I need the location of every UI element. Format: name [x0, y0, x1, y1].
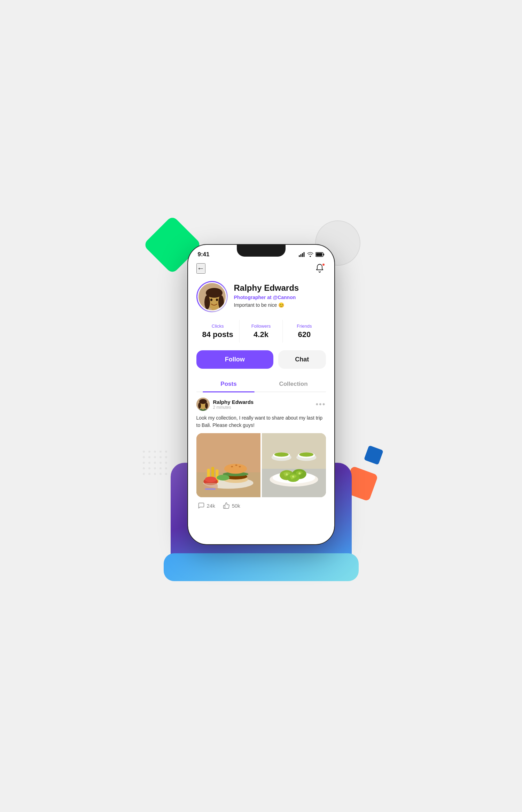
- post-image-2: [262, 433, 326, 497]
- svg-point-80: [298, 472, 301, 474]
- profile-name: Ralphy Edwards: [234, 283, 326, 293]
- svg-point-4: [165, 451, 167, 453]
- wifi-icon: [307, 252, 313, 257]
- post-avatar-image: [196, 398, 210, 411]
- role-handle: @Cannon: [273, 295, 296, 300]
- svg-rect-25: [299, 255, 300, 257]
- avatar: [197, 282, 227, 311]
- status-time: 9:41: [198, 251, 210, 258]
- deco-blue-bottom: [164, 553, 359, 581]
- avatar-image: [198, 283, 227, 311]
- top-nav: ←: [196, 260, 326, 275]
- svg-point-21: [148, 473, 150, 475]
- screen-content[interactable]: ←: [188, 260, 334, 544]
- profile-header: Ralphy Edwards Photographer at @Cannon I…: [196, 281, 326, 312]
- svg-point-75: [299, 452, 313, 456]
- back-button[interactable]: ←: [196, 263, 205, 274]
- stat-followers: Followers 4.2k: [240, 320, 283, 343]
- follow-button[interactable]: Follow: [196, 350, 274, 369]
- svg-point-39: [210, 299, 212, 301]
- like-count: 50k: [232, 503, 240, 509]
- svg-point-3: [159, 451, 162, 453]
- stat-friends-value: 620: [283, 330, 326, 339]
- svg-rect-27: [302, 253, 303, 257]
- tabs-row: Posts Collection: [196, 376, 326, 392]
- svg-point-33: [203, 310, 225, 311]
- profile-bio: Important to be nice 😊: [234, 302, 326, 308]
- chat-button[interactable]: Chat: [278, 350, 326, 369]
- post-meta: Ralphy Edwards 2 minutes: [213, 399, 254, 410]
- sweets-food-image: [262, 433, 326, 497]
- stat-clicks-value: 84 posts: [196, 330, 239, 339]
- svg-point-40: [216, 299, 218, 301]
- profile-role: Photographer at @Cannon: [234, 295, 326, 300]
- svg-point-60: [239, 466, 241, 467]
- svg-rect-65: [205, 488, 216, 490]
- post-more-button[interactable]: •••: [315, 400, 326, 409]
- svg-point-2: [154, 451, 156, 453]
- notification-badge: [322, 263, 325, 266]
- post-author-avatar: [196, 398, 210, 411]
- post-footer: 24k 50k: [196, 502, 326, 509]
- signal-icon: [299, 252, 305, 257]
- svg-point-47: [205, 403, 208, 409]
- post-time: 2 minutes: [213, 405, 254, 410]
- avatar-ring: [196, 281, 228, 312]
- svg-point-79: [286, 474, 288, 476]
- svg-point-72: [274, 452, 288, 456]
- svg-point-37: [204, 295, 210, 309]
- post-user: Ralphy Edwards 2 minutes: [196, 398, 254, 411]
- profile-info: Ralphy Edwards Photographer at @Cannon I…: [234, 281, 326, 308]
- stat-followers-value: 4.2k: [240, 330, 282, 339]
- svg-point-59: [235, 464, 237, 466]
- battery-icon: [315, 252, 325, 257]
- stat-friends: Friends 620: [283, 320, 326, 343]
- svg-point-9: [165, 456, 167, 458]
- svg-point-16: [148, 467, 150, 469]
- phone-notch: [237, 245, 286, 257]
- post-card: Ralphy Edwards 2 minutes ••• Look my col…: [196, 398, 326, 509]
- svg-point-6: [148, 456, 150, 458]
- svg-point-15: [143, 467, 145, 469]
- svg-point-22: [154, 473, 156, 475]
- svg-point-46: [198, 403, 201, 409]
- svg-point-38: [218, 295, 224, 309]
- like-action[interactable]: 50k: [223, 502, 240, 509]
- svg-point-18: [159, 467, 162, 469]
- notification-button[interactable]: [313, 262, 326, 275]
- tab-posts[interactable]: Posts: [196, 376, 261, 392]
- svg-point-23: [159, 473, 162, 475]
- stat-followers-label: Followers: [240, 323, 282, 329]
- svg-point-63: [217, 475, 229, 481]
- svg-point-11: [148, 462, 150, 464]
- stat-clicks: Clicks 84 posts: [196, 320, 240, 343]
- svg-point-62: [205, 477, 216, 482]
- svg-point-12: [154, 462, 156, 464]
- svg-rect-31: [316, 253, 322, 256]
- svg-point-14: [165, 462, 167, 464]
- svg-point-8: [159, 456, 162, 458]
- post-header: Ralphy Edwards 2 minutes •••: [196, 398, 326, 411]
- stat-friends-label: Friends: [283, 323, 326, 329]
- svg-point-58: [231, 466, 233, 467]
- svg-point-19: [165, 467, 167, 469]
- action-buttons: Follow Chat: [196, 350, 326, 369]
- svg-point-7: [154, 456, 156, 458]
- svg-rect-26: [300, 254, 301, 257]
- like-icon: [223, 502, 230, 509]
- svg-point-10: [143, 462, 145, 464]
- deco-blue-shape: [364, 445, 383, 465]
- phone-screen: 9:41: [188, 245, 334, 544]
- scene: 9:41: [131, 203, 392, 609]
- stats-row: Clicks 84 posts Followers 4.2k Friends 6…: [196, 320, 326, 343]
- svg-point-24: [165, 473, 167, 475]
- stat-clicks-label: Clicks: [196, 323, 239, 329]
- burger-food-image: [196, 433, 260, 497]
- post-text: Look my collection, I really want to sha…: [196, 414, 326, 429]
- phone-frame: 9:41: [188, 245, 334, 544]
- svg-point-0: [143, 451, 145, 453]
- svg-point-81: [292, 476, 294, 478]
- role-prefix: Photographer at: [234, 295, 273, 300]
- tab-collection[interactable]: Collection: [261, 376, 326, 392]
- comment-action[interactable]: 24k: [198, 502, 215, 509]
